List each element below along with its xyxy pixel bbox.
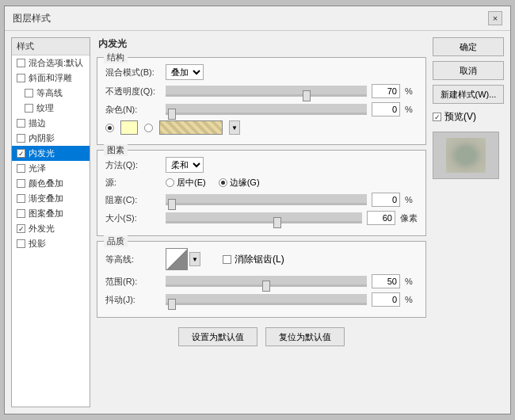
jitter-row: 抖动(J): % <box>105 292 418 307</box>
opacity-row: 不透明度(Q): % <box>105 84 418 98</box>
choke-row: 阻塞(C): % <box>105 193 418 207</box>
noise-thumb[interactable] <box>168 109 176 120</box>
choke-label: 阻塞(C): <box>105 194 161 206</box>
edge-radio[interactable] <box>219 178 227 187</box>
preview-checkbox[interactable] <box>433 113 441 121</box>
size-thumb[interactable] <box>273 217 281 228</box>
cancel-button[interactable]: 取消 <box>433 61 504 80</box>
contour-arrow[interactable]: ▼ <box>189 252 200 266</box>
outer-glow-checkbox[interactable] <box>17 224 25 233</box>
gradient-overlay-checkbox[interactable] <box>17 194 25 203</box>
contour-thumb[interactable] <box>166 248 188 270</box>
opacity-input[interactable] <box>372 84 400 98</box>
satin-checkbox[interactable] <box>17 164 25 173</box>
range-thumb[interactable] <box>262 281 270 292</box>
sidebar-item-stroke[interactable]: 描边 <box>12 116 90 131</box>
close-button[interactable]: × <box>488 11 502 25</box>
contour-label: 等高线: <box>105 254 161 265</box>
center-radio-item: 居中(E) <box>166 177 206 189</box>
inner-shadow-checkbox[interactable] <box>17 134 25 143</box>
dialog-title: 图层样式 <box>13 12 51 25</box>
size-input[interactable] <box>367 211 395 225</box>
bevel-checkbox[interactable] <box>17 74 25 82</box>
center-label: 居中(E) <box>177 177 206 189</box>
sidebar-item-color-overlay[interactable]: 颜色叠加 <box>12 176 90 191</box>
elements-title: 图素 <box>104 144 128 156</box>
contour-row: 等高线: ▼ 消除锯齿(L) <box>105 248 418 270</box>
preview-image <box>446 138 486 173</box>
choke-slider[interactable] <box>166 194 367 205</box>
set-default-button[interactable]: 设置为默认值 <box>178 327 258 346</box>
sidebar-item-outer-glow[interactable]: 外发光 <box>12 221 90 236</box>
choke-thumb[interactable] <box>168 199 176 210</box>
quality-title: 品质 <box>104 235 128 247</box>
sidebar-item-bevel[interactable]: 斜面和浮雕 <box>12 71 90 86</box>
opacity-unit: % <box>405 86 418 96</box>
jitter-input[interactable] <box>372 292 400 307</box>
noise-input[interactable] <box>372 102 400 116</box>
sidebar-item-blending[interactable]: 混合选项:默认 <box>12 55 90 71</box>
anti-alias-checkbox[interactable] <box>223 255 231 264</box>
edge-label: 边缘(G) <box>230 177 260 189</box>
new-style-button[interactable]: 新建样式(W)... <box>433 85 504 104</box>
sidebar-item-drop-shadow[interactable]: 投影 <box>12 236 90 251</box>
bottom-buttons: 设置为默认值 复位为默认值 <box>97 323 426 349</box>
jitter-thumb[interactable] <box>168 299 176 310</box>
jitter-slider[interactable] <box>166 294 367 305</box>
blend-mode-select[interactable]: 叠加 正常 柔光 <box>166 64 204 80</box>
structure-title: 结构 <box>104 52 128 63</box>
sidebar-item-inner-glow[interactable]: 内发光 <box>12 146 90 161</box>
layer-style-dialog: 图层样式 × 样式 混合选项:默认 斜面和浮雕 等高线 纹理 <box>4 6 511 414</box>
sidebar-item-inner-shadow[interactable]: 内阴影 <box>12 131 90 146</box>
preview-box <box>433 132 499 179</box>
ok-button[interactable]: 确定 <box>433 37 504 56</box>
structure-section: 结构 混合模式(B): 叠加 正常 柔光 不透明度(Q): <box>97 57 426 145</box>
dialog-body: 样式 混合选项:默认 斜面和浮雕 等高线 纹理 描边 <box>5 31 510 414</box>
pattern-overlay-checkbox[interactable] <box>17 209 25 218</box>
reset-default-button[interactable]: 复位为默认值 <box>265 327 345 346</box>
jitter-label: 抖动(J): <box>105 294 161 306</box>
sidebar-item-satin[interactable]: 光泽 <box>12 161 90 176</box>
drop-shadow-checkbox[interactable] <box>17 239 25 248</box>
gradient-radio[interactable] <box>144 124 153 132</box>
method-select[interactable]: 柔和 精确 <box>166 157 204 173</box>
center-radio[interactable] <box>166 178 174 187</box>
sidebar-item-gradient-overlay[interactable]: 渐变叠加 <box>12 191 90 206</box>
sidebar-item-texture[interactable]: 纹理 <box>12 101 90 116</box>
preview-row: 预览(V) <box>433 110 504 124</box>
inner-glow-checkbox[interactable] <box>17 149 25 158</box>
blend-mode-row: 混合模式(B): 叠加 正常 柔光 <box>105 64 418 80</box>
gradient-swatch[interactable] <box>159 120 223 135</box>
sidebar-header: 样式 <box>12 38 90 55</box>
range-slider[interactable] <box>166 276 367 287</box>
solid-color-radio[interactable] <box>105 124 114 132</box>
anti-alias-row: 消除锯齿(L) <box>223 253 284 266</box>
preview-label: 预览(V) <box>444 110 476 124</box>
elements-section: 图素 方法(Q): 柔和 精确 源: 居中(E) <box>97 150 426 236</box>
method-row: 方法(Q): 柔和 精确 <box>105 157 418 173</box>
title-bar: 图层样式 × <box>5 6 510 31</box>
noise-slider[interactable] <box>166 104 367 115</box>
source-label: 源: <box>105 177 161 189</box>
sidebar-item-contour[interactable]: 等高线 <box>12 86 90 101</box>
contour-checkbox[interactable] <box>25 89 33 97</box>
gradient-dropdown-arrow[interactable]: ▼ <box>229 120 240 135</box>
choke-input[interactable] <box>372 193 400 207</box>
noise-row: 杂色(N): % <box>105 102 418 116</box>
stroke-checkbox[interactable] <box>17 119 25 128</box>
method-label: 方法(Q): <box>105 159 161 171</box>
noise-label: 杂色(N): <box>105 104 161 116</box>
color-overlay-checkbox[interactable] <box>17 179 25 188</box>
range-row: 范围(R): % <box>105 274 418 288</box>
color-type-row: ▼ <box>105 120 418 135</box>
sidebar-item-pattern-overlay[interactable]: 图案叠加 <box>12 206 90 221</box>
texture-checkbox[interactable] <box>25 104 33 113</box>
opacity-slider[interactable] <box>166 86 367 97</box>
main-content: 内发光 结构 混合模式(B): 叠加 正常 柔光 不透明度(Q): <box>97 37 426 407</box>
size-slider[interactable] <box>166 212 362 223</box>
size-unit: 像素 <box>400 212 418 224</box>
opacity-thumb[interactable] <box>303 90 311 101</box>
color-swatch[interactable] <box>120 120 138 135</box>
range-input[interactable] <box>372 274 400 288</box>
blending-checkbox[interactable] <box>17 59 25 67</box>
